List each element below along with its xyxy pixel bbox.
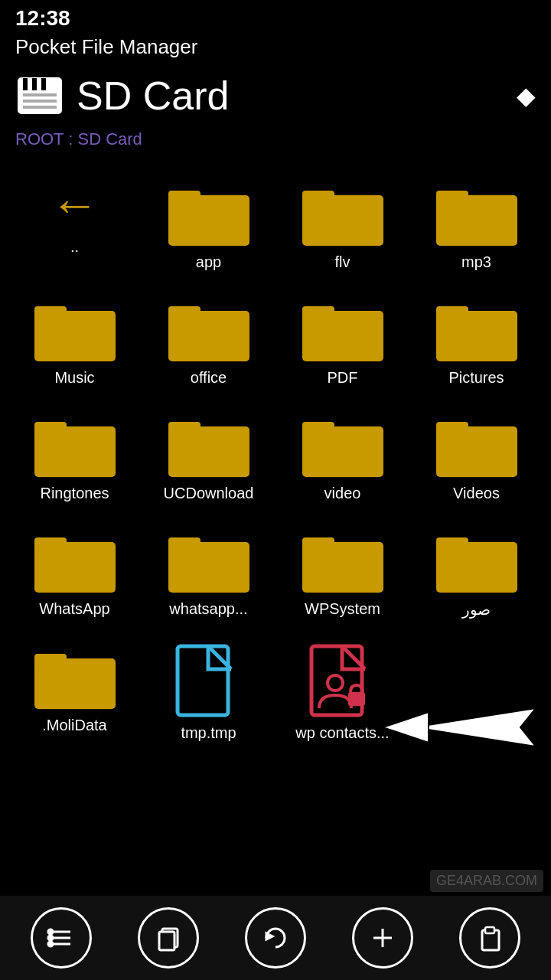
folder-icon-video — [301, 411, 385, 480]
item-label-ringtones: Ringtones — [40, 485, 109, 502]
item-label-tmp: tmp.tmp — [181, 724, 236, 742]
sd-card-icon — [15, 75, 64, 116]
sort-icon[interactable]: ◆ — [517, 81, 536, 110]
arrow-annotation — [383, 701, 536, 754]
grid-item-whatsapp-dots[interactable]: whatsapp... — [142, 516, 276, 632]
svg-rect-18 — [302, 306, 334, 318]
grid-item-tmp[interactable]: tmp.tmp — [142, 632, 276, 756]
back-arrow-icon: ← — [51, 180, 99, 229]
item-label-video: video — [324, 485, 361, 502]
refresh-icon — [260, 923, 291, 953]
grid-item-music[interactable]: Music — [8, 285, 142, 400]
svg-rect-22 — [34, 422, 67, 434]
folder-icon-suwar — [435, 527, 519, 596]
time: 12:38 — [15, 6, 70, 30]
folder-icon-pdf — [301, 296, 385, 364]
item-label-wpcontacts: wp contacts... — [295, 724, 389, 742]
svg-marker-45 — [413, 708, 536, 746]
grid-item-flv[interactable]: flv — [276, 169, 409, 285]
copy-icon — [153, 923, 184, 953]
grid-item-wpsystem[interactable]: WPSystem — [276, 516, 409, 632]
folder-icon-pictures — [435, 296, 519, 364]
grid-item-molidata[interactable]: .MoliData — [8, 632, 142, 756]
status-bar: 12:38 — [0, 0, 551, 34]
svg-marker-55 — [266, 933, 272, 939]
watermark: GE4ARAB.COM — [430, 870, 543, 892]
svg-rect-5 — [23, 100, 57, 103]
breadcrumb-path: SD Card — [78, 129, 142, 149]
list-view-button[interactable] — [31, 907, 92, 969]
svg-rect-4 — [23, 93, 57, 96]
grid-item-mp3[interactable]: mp3 — [409, 169, 543, 285]
item-label-flv: flv — [335, 253, 350, 271]
file-icon-blue — [174, 643, 243, 720]
svg-rect-34 — [302, 537, 334, 550]
svg-rect-16 — [168, 306, 201, 318]
svg-marker-46 — [383, 712, 429, 743]
svg-point-50 — [48, 929, 53, 934]
item-label-back: .. — [70, 238, 79, 256]
item-label-suwar: صور — [462, 600, 491, 619]
svg-rect-20 — [436, 306, 468, 318]
svg-rect-28 — [436, 422, 468, 434]
grid-item-pdf[interactable]: PDF — [276, 285, 409, 400]
item-label-mp3: mp3 — [461, 253, 491, 271]
app-title: Pocket File Manager — [0, 34, 551, 65]
svg-rect-10 — [302, 191, 334, 203]
svg-rect-2 — [32, 78, 37, 90]
svg-rect-54 — [159, 932, 174, 950]
file-grid: ← .. app flv mp3 Music — [0, 162, 551, 756]
folder-icon-ucdownload — [167, 411, 251, 480]
item-label-whatsapp: WhatsApp — [39, 600, 109, 618]
copy-button[interactable] — [138, 907, 199, 969]
add-button[interactable] — [352, 907, 413, 969]
item-label-molidata: .MoliData — [42, 717, 106, 734]
header-left: SD Card — [15, 73, 229, 119]
svg-rect-24 — [168, 422, 201, 434]
item-label-music: Music — [54, 369, 94, 387]
grid-item-app[interactable]: app — [142, 169, 276, 285]
item-label-whatsapp-dots: whatsapp... — [169, 600, 247, 618]
svg-rect-26 — [302, 422, 334, 434]
svg-rect-8 — [168, 191, 201, 203]
grid-item-videos[interactable]: Videos — [409, 400, 543, 516]
item-label-videos: Videos — [453, 485, 500, 502]
folder-icon-videos — [435, 411, 519, 480]
folder-icon-wpsystem — [301, 527, 385, 596]
item-label-ucdownload: UCDownload — [164, 485, 254, 502]
breadcrumb-root: ROOT — [15, 129, 64, 149]
header-title: SD Card — [77, 73, 229, 119]
grid-item-office[interactable]: office — [142, 285, 276, 400]
breadcrumb: ROOT : SD Card — [0, 126, 551, 162]
svg-rect-36 — [436, 537, 468, 550]
folder-icon-whatsapp-dots — [167, 527, 251, 596]
folder-icon-flv — [301, 180, 385, 249]
folder-icon-office — [167, 296, 251, 364]
clipboard-icon — [474, 923, 505, 953]
svg-rect-59 — [485, 927, 494, 933]
grid-item-back[interactable]: ← .. — [8, 169, 142, 285]
svg-rect-6 — [23, 106, 57, 109]
grid-item-pictures[interactable]: Pictures — [409, 285, 543, 400]
svg-rect-12 — [436, 191, 468, 203]
svg-rect-38 — [34, 654, 67, 666]
grid-item-ucdownload[interactable]: UCDownload — [142, 400, 276, 516]
header: SD Card ◆ — [0, 65, 551, 126]
folder-icon-whatsapp — [33, 527, 117, 596]
svg-rect-30 — [34, 537, 67, 550]
grid-item-video[interactable]: video — [276, 400, 409, 516]
clipboard-button[interactable] — [459, 907, 520, 969]
refresh-button[interactable] — [245, 907, 306, 969]
svg-rect-44 — [348, 692, 365, 706]
grid-item-ringtones[interactable]: Ringtones — [8, 400, 142, 516]
grid-item-suwar[interactable]: صور — [409, 516, 543, 632]
file-icon-red — [308, 643, 377, 720]
grid-item-whatsapp[interactable]: WhatsApp — [8, 516, 142, 632]
item-label-app: app — [196, 253, 221, 271]
bottom-toolbar — [0, 896, 551, 980]
annotation-arrow — [383, 701, 536, 754]
list-icon — [46, 923, 77, 953]
svg-rect-32 — [168, 537, 201, 550]
folder-icon-molidata — [33, 643, 117, 712]
item-label-pdf: PDF — [328, 369, 358, 387]
